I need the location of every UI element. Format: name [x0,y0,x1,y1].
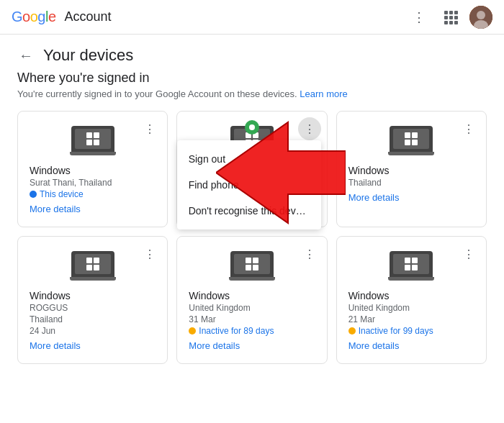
device-location-1: Surat Thani, Thailand [30,178,156,188]
svg-rect-6 [444,21,448,24]
device-location-6: United Kingdom [348,303,474,313]
laptop-icon-5 [230,251,274,281]
device-time-5: 31 Mar [189,314,315,324]
section-title: Where you're signed in [17,70,487,86]
laptop-icon [71,126,114,156]
status-dot-orange-5 [189,327,196,335]
device-card-4: ⋮ Win [17,236,168,364]
card-2-menu-button[interactable]: ⋮ [298,117,321,140]
device-card-1: ⋮ Win [17,111,168,227]
dropdown-dont-recognise[interactable]: Don't recognise this dev… [177,198,321,224]
svg-rect-2 [454,11,458,14]
learn-more-link[interactable]: Learn more [300,88,347,99]
device-grid: ⋮ Win [17,111,487,364]
device-icon-3 [348,126,474,156]
device-name-4: Windows [30,290,156,301]
more-options-button[interactable]: ⋮ [406,4,432,30]
device-status-6: Inactive for 99 days [348,326,474,336]
status-dot-blue [30,191,37,198]
device-card-5: ⋮ Win [176,236,327,364]
laptop-icon-3 [390,126,433,156]
laptop-icon-4 [71,251,114,281]
dropdown-find-phone[interactable]: Find phone [177,172,321,198]
device-icon-1 [30,126,156,156]
device-time-4: 24 Jun [30,326,156,336]
laptop-icon-6 [390,251,433,281]
page-title: Your devices [43,46,133,65]
svg-rect-3 [444,16,448,19]
card-6-menu-button[interactable]: ⋮ [457,242,480,265]
device-status-1: This device [30,189,156,199]
section-description: You're currently signed in to your Googl… [17,88,487,99]
avatar-image [469,6,492,29]
google-logo: Google [12,9,56,25]
more-details-3[interactable]: More details [348,192,400,203]
status-dot-orange-6 [348,327,356,335]
device-icon-5 [189,251,315,281]
device-name-6: Windows [348,290,474,301]
card-4-menu-button[interactable]: ⋮ [138,242,161,265]
header-icons: ⋮ [406,4,492,30]
device-icon-6 [348,251,474,281]
device-location-5: United Kingdom [189,303,315,313]
more-details-5[interactable]: More details [189,340,240,351]
device-card-6: ⋮ Win [336,236,487,364]
dropdown-menu: Sign out Find phone Don't recognise this… [177,140,321,229]
card-3-menu-button[interactable]: ⋮ [457,117,480,140]
dropdown-sign-out[interactable]: Sign out [177,146,321,172]
header: Google Account ⋮ [0,0,504,35]
avatar[interactable] [469,6,492,29]
header-title: Account [65,9,112,24]
more-details-1[interactable]: More details [30,204,81,214]
active-badge-dot [249,124,255,130]
device-status-5: Inactive for 89 days [189,326,315,336]
svg-rect-1 [449,11,453,14]
svg-rect-7 [449,21,453,24]
device-icon-4 [30,251,156,281]
active-badge [245,120,259,135]
svg-rect-4 [449,16,453,19]
svg-rect-0 [444,11,448,14]
svg-rect-8 [454,21,458,24]
more-details-6[interactable]: More details [348,340,400,351]
device-name-3: Windows [348,165,474,176]
card-1-menu-button[interactable]: ⋮ [138,117,161,140]
back-nav: ← Your devices [17,35,487,70]
card-5-menu-button[interactable]: ⋮ [298,242,321,265]
device-location-4: ROGGUS [30,303,156,313]
apps-button[interactable] [438,4,464,30]
back-button[interactable]: ← [17,47,35,64]
more-details-4[interactable]: More details [30,340,81,351]
device-time-6: 21 Mar [348,314,474,324]
device-name-5: Windows [189,290,315,301]
header-logo: Google Account [12,9,406,25]
device-card-2: ⋮ Sign out Find phone Don't recognise th… [176,111,327,227]
svg-rect-5 [454,16,458,19]
device-card-3: ⋮ Win [336,111,487,227]
svg-point-10 [477,11,485,19]
content: ← Your devices Where you're signed in Yo… [0,35,504,364]
device-name-1: Windows [30,165,156,176]
device-country-4: Thailand [30,314,156,324]
device-location-3: Thailand [348,178,474,188]
